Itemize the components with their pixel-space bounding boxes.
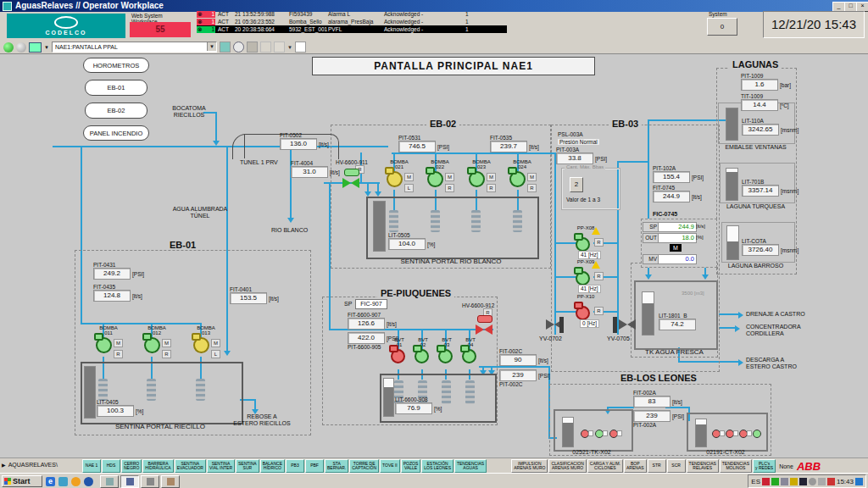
valve-hv-6600-912-label: HV-6600-912: [462, 302, 494, 308]
label-bocatoma: BOCATOMA RIECILLOS: [158, 105, 220, 119]
instrument-fit-4004: FIT-4004 31.0[lt/s]: [291, 160, 340, 178]
tray-shield-icon[interactable]: [762, 478, 770, 485]
nav-button[interactable]: TENDENCIAS MOLINOS: [720, 459, 752, 473]
nav-button[interactable]: SENTINA SUR: [236, 459, 259, 473]
pump-bomba-024[interactable]: BOMBA 024 M R: [507, 159, 537, 169]
app-button[interactable]: [100, 475, 119, 488]
pump-bomba-022[interactable]: BOMBA 022 M R: [425, 159, 455, 169]
cant-max-value-button[interactable]: 2: [570, 177, 583, 192]
undo-icon[interactable]: [260, 42, 271, 53]
status-tab[interactable]: ▶ AQUASRELAVES\: [2, 462, 58, 468]
favorites-icon[interactable]: [220, 42, 231, 53]
nav-button[interactable]: PB3: [286, 459, 304, 473]
pump-bvt-03[interactable]: BVT 03: [436, 337, 458, 347]
nav-button[interactable]: SENTINA VIAL INTER: [207, 459, 235, 473]
display-icon[interactable]: [29, 42, 42, 53]
nav-button[interactable]: BARRERA HIDRÁULICA: [142, 459, 173, 473]
alarm-row[interactable]: ⊗1 ACT21 13:52:59:988 FI593439Alarma L A…: [197, 10, 507, 18]
valve-hv-6600-912[interactable]: [484, 324, 492, 335]
nav-button-plc[interactable]: PLC's y REDES: [753, 459, 776, 473]
nav-button[interactable]: IMPULSION ARENAS MURO: [511, 459, 548, 473]
nav-button[interactable]: STR: [648, 459, 666, 473]
tray-printer-icon[interactable]: [818, 478, 826, 485]
internet-explorer-icon[interactable]: e: [46, 477, 55, 486]
tray-monitor-icon[interactable]: [799, 478, 807, 485]
nav-button[interactable]: SCR: [667, 459, 686, 473]
fic-907-ref[interactable]: FIC-907: [355, 299, 387, 309]
pump-pp-x10[interactable]: PP-X10: [573, 294, 598, 299]
valve-hv-6600-912[interactable]: [476, 324, 484, 335]
tray-display-icon[interactable]: [771, 478, 779, 485]
tray-clock[interactable]: 15:43: [837, 478, 854, 485]
fic-sp-value[interactable]: 244.9: [658, 222, 697, 232]
print-icon[interactable]: [247, 42, 258, 53]
nav-eb01-button[interactable]: EB-01: [85, 80, 147, 96]
fic-out-value[interactable]: 18.0: [658, 233, 697, 243]
quick-launch-icon[interactable]: [84, 477, 93, 486]
media-player-icon[interactable]: [71, 477, 81, 486]
app-button-active[interactable]: [120, 475, 139, 488]
alarm-row-selected[interactable]: ⊗1 ACT20 20:38:58:664 5932_EST_001PVFL A…: [197, 25, 507, 33]
nav-button[interactable]: NAE 1: [82, 459, 101, 473]
search-icon[interactable]: [233, 42, 244, 53]
pump-bvt-01[interactable]: BVT 01: [388, 337, 410, 347]
app-button[interactable]: [161, 475, 180, 488]
valve-yv-0702[interactable]: [546, 319, 554, 330]
start-button[interactable]: Start: [2, 475, 42, 487]
nav-button[interactable]: PBF: [305, 459, 324, 473]
pump-bomba-021[interactable]: BOMBA 021 M L: [384, 159, 415, 169]
nav-button[interactable]: ESTACIÓN LOS LEONES: [421, 459, 453, 473]
fic-mode-badge[interactable]: M: [670, 244, 682, 252]
quick-launch-icon[interactable]: [58, 477, 68, 486]
valve-yv-0705[interactable]: [619, 319, 627, 330]
nav-button[interactable]: STA BERNAR.: [325, 459, 348, 473]
psl-tag: PSL-003A: [558, 131, 583, 137]
nav-button[interactable]: TORRE DE CAPTACIÓN: [349, 459, 379, 473]
mini-pump-icon[interactable]: [753, 430, 761, 438]
tray-antenna-icon[interactable]: [781, 478, 788, 485]
nav-button[interactable]: TOVE II: [380, 459, 400, 473]
nav-button[interactable]: CLASIFICACION ARENAS MURO: [548, 459, 586, 473]
tray-icon[interactable]: [809, 478, 816, 485]
valve-yv-0705[interactable]: [627, 319, 636, 330]
nav-button[interactable]: HDS: [102, 459, 120, 473]
nav-button[interactable]: CERRO NEGRO: [121, 459, 142, 473]
fic-mv-value[interactable]: 0.0: [658, 254, 697, 264]
display-dropdown-icon[interactable]: ▼: [44, 45, 49, 50]
app-button[interactable]: [141, 475, 159, 488]
system-button[interactable]: 0: [707, 18, 737, 36]
tray-icon[interactable]: [855, 478, 863, 485]
datetime-display: 12/21/20 15:43: [763, 11, 865, 38]
tray-speaker-icon[interactable]: [790, 478, 798, 485]
nav-eb02-button[interactable]: EB-02: [85, 103, 147, 119]
forward-icon[interactable]: [16, 42, 26, 53]
valve-hv-6600-911[interactable]: [342, 178, 351, 188]
pump-bomba-012[interactable]: BOMBA 012 M R: [142, 325, 172, 336]
pump-bomba-011[interactable]: BOMBA 011 M R: [93, 325, 124, 336]
nav-panel-incendio-button[interactable]: PANEL INCENDIO: [83, 125, 149, 141]
pump-bomba-013[interactable]: BOMBA 013 M L: [191, 325, 221, 336]
valve-hv-6600-911[interactable]: [351, 178, 359, 188]
combo-dropdown-icon[interactable]: ▼: [207, 42, 216, 51]
nav-button[interactable]: POZOS VALLE: [401, 459, 421, 473]
nav-horometros-button[interactable]: HOROMETROS: [83, 58, 149, 73]
language-indicator[interactable]: ES: [751, 478, 760, 485]
alarm-row[interactable]: ⊗1 ACT21 05:36:23:552 Bomba_Selloalarama…: [197, 18, 507, 25]
more-dropdown-icon[interactable]: ▼: [287, 45, 292, 50]
new-page-icon[interactable]: [295, 42, 306, 53]
nav-button[interactable]: BALANCE HÍDRICO: [260, 459, 285, 473]
nav-button[interactable]: SENTINA EVACUADOR: [175, 459, 206, 473]
pump-bvt-02[interactable]: BVT 02: [412, 337, 434, 347]
tray-icon[interactable]: [827, 478, 835, 485]
display-selector[interactable]: NAE1:PANTALLA PPAL ▼: [52, 42, 217, 53]
alarm-count-badge[interactable]: 55: [130, 22, 191, 37]
nav-button[interactable]: TENDENCIAS AGUAS: [454, 459, 487, 473]
pump-bomba-023[interactable]: BOMBA 023 M R: [466, 159, 497, 169]
pump-bvt-04[interactable]: BVT 04: [459, 337, 481, 347]
back-icon[interactable]: [3, 42, 14, 53]
nav-button[interactable]: BOP ARENAS: [624, 459, 647, 473]
nav-button[interactable]: TENDENCIAS RELAVES: [687, 459, 719, 473]
nav-button[interactable]: CARGA Y ALIM. CICLONES: [587, 459, 623, 473]
page-icon[interactable]: [274, 42, 285, 53]
submerged-pump-column: [98, 379, 108, 401]
